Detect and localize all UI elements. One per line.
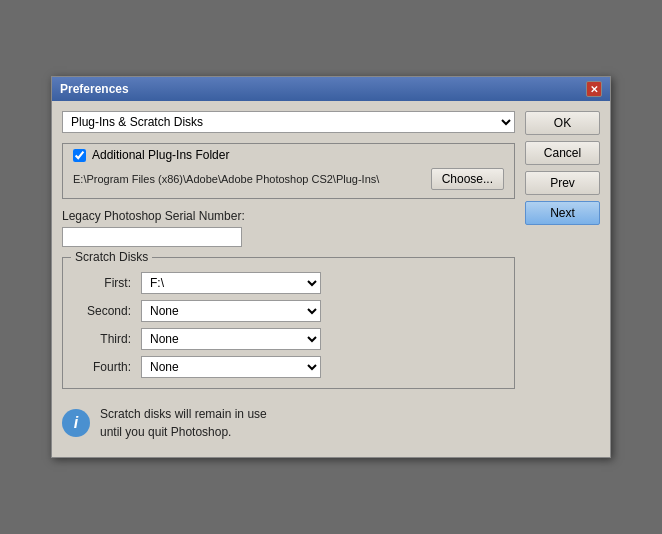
- info-icon: i: [62, 409, 90, 437]
- dialog-title: Preferences: [60, 82, 129, 96]
- scratch-disks-group: Scratch Disks First: F:\ None Second: No…: [62, 257, 515, 389]
- serial-section: Legacy Photoshop Serial Number:: [62, 209, 515, 247]
- disk-row-first: First: F:\ None: [77, 272, 500, 294]
- info-row: i Scratch disks will remain in use until…: [62, 399, 515, 447]
- fourth-disk-select[interactable]: None F:\: [141, 356, 321, 378]
- plugin-group-box: Additional Plug-Ins Folder E:\Program Fi…: [62, 143, 515, 199]
- prev-button[interactable]: Prev: [525, 171, 600, 195]
- category-row: Plug-Ins & Scratch Disks: [62, 111, 515, 133]
- second-label: Second:: [77, 304, 137, 318]
- info-line2: until you quit Photoshop.: [100, 425, 231, 439]
- info-line1: Scratch disks will remain in use: [100, 407, 267, 421]
- dialog-body: Plug-Ins & Scratch Disks Additional Plug…: [52, 101, 610, 457]
- fourth-label: Fourth:: [77, 360, 137, 374]
- disk-row-second: Second: None F:\: [77, 300, 500, 322]
- close-button[interactable]: ✕: [586, 81, 602, 97]
- first-label: First:: [77, 276, 137, 290]
- serial-input[interactable]: [62, 227, 242, 247]
- first-disk-select[interactable]: F:\ None: [141, 272, 321, 294]
- side-buttons: OK Cancel Prev Next: [525, 111, 600, 447]
- main-area: Plug-Ins & Scratch Disks Additional Plug…: [62, 111, 515, 447]
- plugin-path-row: E:\Program Files (x86)\Adobe\Adobe Photo…: [73, 168, 504, 190]
- plugin-checkbox-row: Additional Plug-Ins Folder: [73, 148, 504, 162]
- preferences-dialog: Preferences ✕ Plug-Ins & Scratch Disks A…: [51, 76, 611, 458]
- cancel-button[interactable]: Cancel: [525, 141, 600, 165]
- plugin-checkbox[interactable]: [73, 149, 86, 162]
- disk-row-fourth: Fourth: None F:\: [77, 356, 500, 378]
- category-select[interactable]: Plug-Ins & Scratch Disks: [62, 111, 515, 133]
- third-label: Third:: [77, 332, 137, 346]
- second-disk-select[interactable]: None F:\: [141, 300, 321, 322]
- info-text: Scratch disks will remain in use until y…: [100, 405, 267, 441]
- ok-button[interactable]: OK: [525, 111, 600, 135]
- next-button[interactable]: Next: [525, 201, 600, 225]
- plugin-checkbox-label: Additional Plug-Ins Folder: [92, 148, 229, 162]
- title-bar: Preferences ✕: [52, 77, 610, 101]
- serial-label: Legacy Photoshop Serial Number:: [62, 209, 515, 223]
- plugin-path-display: E:\Program Files (x86)\Adobe\Adobe Photo…: [73, 171, 425, 187]
- scratch-disks-title: Scratch Disks: [71, 250, 152, 264]
- disk-row-third: Third: None F:\: [77, 328, 500, 350]
- choose-button[interactable]: Choose...: [431, 168, 504, 190]
- third-disk-select[interactable]: None F:\: [141, 328, 321, 350]
